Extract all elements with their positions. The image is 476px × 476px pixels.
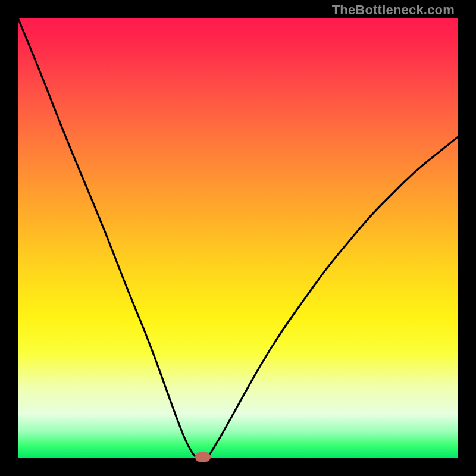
plot-area <box>18 18 458 458</box>
bottleneck-marker <box>195 452 211 462</box>
curve-left-branch <box>18 18 198 458</box>
watermark-text: TheBottleneck.com <box>332 2 455 18</box>
chart-frame: TheBottleneck.com <box>0 0 476 476</box>
bottleneck-curve <box>18 18 458 458</box>
curve-right-branch <box>207 137 458 458</box>
